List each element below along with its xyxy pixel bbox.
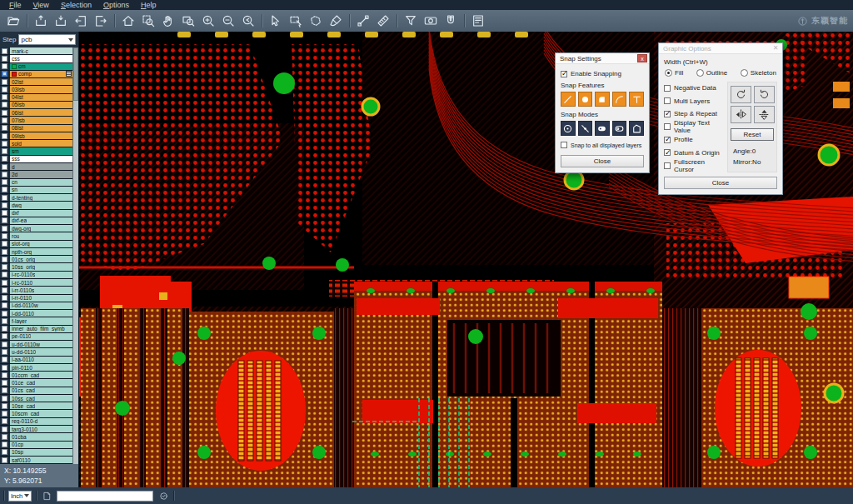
- layer-visibility-checkbox[interactable]: [2, 257, 7, 262]
- layer-name-cell[interactable]: npth-org: [10, 248, 72, 255]
- layer-name-cell[interactable]: sss: [10, 156, 72, 162]
- reg-0110-d-layer-row[interactable]: reg-0110-d: [0, 418, 72, 426]
- dwg-org-layer-row[interactable]: dwg-org: [0, 225, 72, 232]
- 01cp-layer-row[interactable]: 01cp: [0, 442, 72, 449]
- report-doc-button[interactable]: [468, 12, 488, 30]
- confirm-circle-icon[interactable]: [157, 490, 169, 502]
- load-job-button[interactable]: [31, 12, 51, 30]
- layer-name-cell[interactable]: dxf: [10, 210, 72, 217]
- 10se_cad-layer-row[interactable]: 10se_cad: [0, 402, 72, 410]
- sn-layer-row[interactable]: sn: [0, 187, 72, 194]
- scrollbar-thumb[interactable]: [73, 47, 78, 101]
- layer-name-cell[interactable]: 01cba: [10, 433, 72, 440]
- layer-visibility-checkbox[interactable]: [2, 202, 7, 208]
- layer-visibility-checkbox[interactable]: [2, 264, 7, 270]
- unit-dropdown[interactable]: Inch: [8, 491, 32, 502]
- slot-org-layer-row[interactable]: slot-org: [0, 241, 72, 248]
- open-project-button[interactable]: [3, 12, 23, 30]
- Profile-checkbox[interactable]: Profile: [664, 133, 723, 146]
- Negative Data-checkbox[interactable]: Negative Data: [664, 82, 723, 94]
- layer-visibility-checkbox[interactable]: [2, 357, 7, 362]
- cm-layer-row[interactable]: cm: [0, 63, 72, 71]
- layer-name-cell[interactable]: u-dd-0110w: [10, 341, 72, 347]
- layer-name-cell[interactable]: comp: [10, 71, 72, 77]
- layer-name-cell[interactable]: i-rr-0110: [10, 295, 72, 302]
- layer-name-cell[interactable]: d-tenting: [10, 194, 72, 201]
- Selection-menu[interactable]: Selection: [55, 0, 97, 10]
- pin-0110-layer-row[interactable]: pin-0110: [0, 364, 72, 372]
- 02lst-layer-row[interactable]: 02lst: [0, 78, 72, 86]
- Help-menu[interactable]: Help: [135, 0, 162, 10]
- layer-name-cell[interactable]: f-layer: [10, 317, 72, 324]
- layer-visibility-checkbox[interactable]: [2, 372, 7, 378]
- 01cs_orig-layer-row[interactable]: 01cs_orig: [0, 256, 72, 263]
- layer-visibility-checkbox[interactable]: [2, 418, 7, 424]
- dxf-ea-layer-row[interactable]: dxf-ea: [0, 217, 72, 225]
- snap-all-layers-checkbox[interactable]: Snap to all displayed layers: [561, 142, 644, 148]
- layer-visibility-checkbox[interactable]: [2, 110, 7, 116]
- graphic-close-button[interactable]: Close: [664, 177, 777, 189]
- layer-visibility-checkbox[interactable]: [2, 318, 7, 324]
- snap-close-button[interactable]: Close: [561, 155, 644, 167]
- targ3-0110-layer-row[interactable]: targ3-0110: [0, 426, 72, 433]
- layer-name-cell[interactable]: dwg-org: [10, 225, 72, 232]
- reset-button[interactable]: Reset: [731, 128, 774, 141]
- u-dd-0110-layer-row[interactable]: u-dd-0110: [0, 348, 72, 356]
- i-dd-0110w-layer-row[interactable]: i-dd-0110w: [0, 302, 72, 310]
- layer-visibility-checkbox[interactable]: [2, 403, 7, 409]
- layer-visibility-checkbox[interactable]: [2, 457, 7, 463]
- i-rc-0110s-layer-row[interactable]: i-rc-0110s: [0, 272, 72, 279]
- mark-c-layer-row[interactable]: mark-c: [0, 47, 72, 55]
- 08lst-layer-row[interactable]: 08lst: [0, 125, 72, 132]
- layer-name-cell[interactable]: 02lst: [10, 78, 72, 85]
- rotate-cw-button[interactable]: [731, 86, 751, 103]
- zoom-home-button[interactable]: [118, 12, 138, 30]
- 10scm_cad-layer-row[interactable]: 10scm_cad: [0, 410, 72, 417]
- layer-name-cell[interactable]: 10scm_cad: [10, 410, 72, 417]
- layer-visibility-checkbox[interactable]: [2, 333, 7, 339]
- css-layer-row[interactable]: css: [0, 55, 72, 62]
- layer-visibility-checkbox[interactable]: [2, 411, 7, 417]
- layer-visibility-checkbox[interactable]: [2, 217, 7, 223]
- layer-name-cell[interactable]: dwg: [10, 202, 72, 208]
- layer-visibility-checkbox[interactable]: [2, 156, 7, 162]
- step-dropdown[interactable]: pcb: [18, 34, 76, 45]
- layer-visibility-checkbox[interactable]: [2, 56, 7, 62]
- layer-name-cell[interactable]: i-rc-0110: [10, 279, 72, 286]
- pan-hand-button[interactable]: [158, 12, 178, 30]
- layer-visibility-checkbox[interactable]: [2, 102, 7, 107]
- 10ss_orig-layer-row[interactable]: 10ss_orig: [0, 263, 72, 271]
- View-menu[interactable]: View: [27, 0, 55, 10]
- layer-name-cell[interactable]: sn: [10, 187, 72, 193]
- save-job-button[interactable]: [51, 12, 71, 30]
- layer-name-cell[interactable]: pin-0110: [10, 364, 72, 371]
- layer-visibility-checkbox[interactable]: [2, 125, 7, 131]
- new-page-icon[interactable]: [41, 490, 52, 502]
- layer-name-cell[interactable]: 01cp: [10, 442, 72, 448]
- layer-name-cell[interactable]: mark-c: [10, 47, 72, 54]
- layer-name-cell[interactable]: i-dd-0110: [10, 310, 72, 317]
- layer-name-cell[interactable]: 10sp: [10, 449, 72, 456]
- Fill-radio[interactable]: Fill: [665, 69, 683, 77]
- mirror-x-button[interactable]: [731, 106, 751, 123]
- layer-visibility-checkbox[interactable]: [2, 226, 7, 232]
- select-polygon-button[interactable]: [306, 12, 326, 30]
- layer-name-cell[interactable]: 05lsb: [10, 102, 72, 108]
- layer-visibility-checkbox[interactable]: [2, 272, 7, 277]
- layer-name-cell[interactable]: 03lsb: [10, 86, 72, 92]
- command-input[interactable]: [57, 491, 153, 502]
- u-dd-0110w-layer-row[interactable]: u-dd-0110w: [0, 341, 72, 348]
- layer-name-cell[interactable]: 2d: [10, 171, 72, 177]
- d-tenting-layer-row[interactable]: d-tenting: [0, 194, 72, 202]
- layer-visibility-checkbox[interactable]: [2, 387, 7, 393]
- measure-line-button[interactable]: [353, 12, 373, 30]
- f-layer-layer-row[interactable]: f-layer: [0, 317, 72, 325]
- layer-visibility-checkbox[interactable]: [2, 434, 7, 440]
- 01ce_cad-layer-row[interactable]: 01ce_cad: [0, 379, 72, 387]
- 10ss_cad-layer-row[interactable]: 10ss_cad: [0, 395, 72, 402]
- sss-layer-row[interactable]: sss: [0, 156, 72, 163]
- Datum & Origin-checkbox[interactable]: Datum & Origin: [664, 147, 723, 159]
- cn-layer-row[interactable]: cn: [0, 179, 72, 187]
- layer-visibility-checkbox[interactable]: [2, 249, 7, 255]
- comp-layer-row[interactable]: comp: [0, 71, 72, 78]
